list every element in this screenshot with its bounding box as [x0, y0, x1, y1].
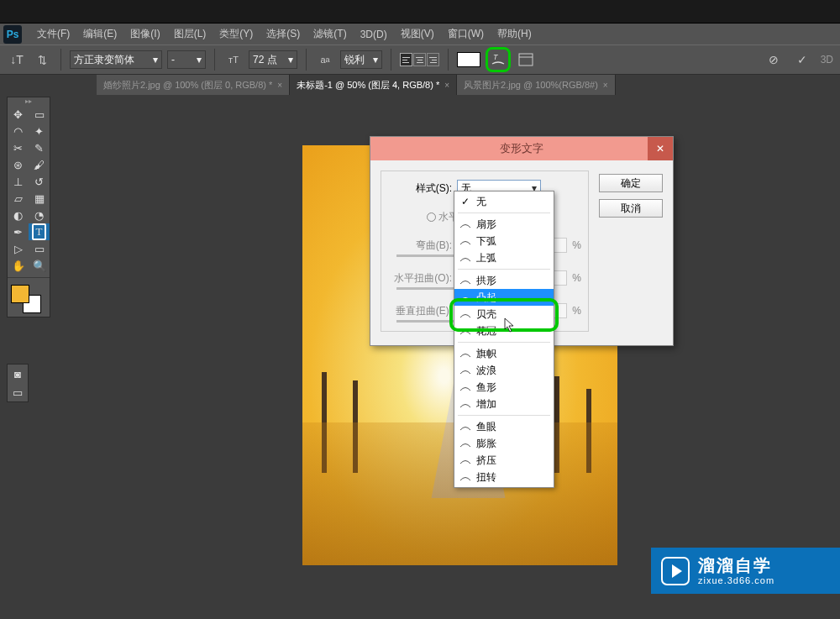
- style-option[interactable]: 鱼形: [454, 379, 554, 396]
- antialias-select[interactable]: 锐利▾: [340, 50, 382, 69]
- dialog-titlebar[interactable]: 变形文字 ✕: [370, 137, 673, 160]
- close-tab-icon[interactable]: ×: [603, 81, 608, 90]
- warp-style-icon: [459, 219, 471, 229]
- 3d-button[interactable]: 3D: [821, 54, 833, 66]
- style-option-label: 膨胀: [476, 437, 496, 451]
- style-option[interactable]: 贝壳: [454, 306, 554, 323]
- align-left-button[interactable]: [400, 53, 412, 66]
- blur-tool[interactable]: ◐: [8, 207, 29, 223]
- style-option[interactable]: 旗帜: [454, 345, 554, 362]
- horizontal-radio[interactable]: [427, 212, 436, 222]
- style-option[interactable]: 扭转: [454, 469, 554, 485]
- gradient-tool[interactable]: ▦: [29, 190, 50, 207]
- lasso-tool[interactable]: ◠: [8, 123, 29, 139]
- clone-stamp-tool[interactable]: ⊥: [8, 173, 29, 190]
- dialog-title: 变形文字: [500, 141, 543, 156]
- zoom-tool[interactable]: 🔍: [29, 257, 50, 274]
- path-selection-tool[interactable]: ▷: [8, 240, 29, 257]
- text-color-swatch[interactable]: [457, 52, 480, 67]
- warp-style-icon: [459, 326, 471, 336]
- style-option[interactable]: 增加: [454, 396, 554, 412]
- font-family-select[interactable]: 方正隶变简体▾: [70, 50, 162, 69]
- close-button[interactable]: ✕: [648, 137, 673, 160]
- foreground-color-swatch[interactable]: [11, 285, 29, 303]
- quick-mask-button[interactable]: ◙: [8, 365, 28, 383]
- aa-icon: aa: [315, 50, 335, 70]
- cancel-button[interactable]: 取消: [599, 199, 663, 218]
- eraser-tool[interactable]: ▱: [8, 190, 29, 207]
- warp-style-icon: [459, 292, 471, 302]
- style-label: 样式(S):: [388, 181, 452, 196]
- watermark-url: zixue.3d66.com: [698, 575, 774, 586]
- brush-tool[interactable]: 🖌: [29, 156, 50, 173]
- style-option-label: 挤压: [476, 454, 496, 468]
- move-tool[interactable]: ✥: [8, 106, 29, 123]
- panel-grip[interactable]: ▸▸: [8, 97, 50, 106]
- align-right-button[interactable]: [427, 53, 439, 66]
- marquee-tool[interactable]: ▭: [29, 106, 50, 123]
- tools-panel: ▸▸ ✥ ▭ ◠ ✦ ✂ ✎ ⊛ 🖌 ⊥ ↺ ▱ ▦ ◐ ◔ ✒ T ▷ ▭ ✋…: [7, 97, 50, 317]
- shape-tool[interactable]: ▭: [29, 240, 50, 257]
- menu-view[interactable]: 视图(V): [394, 24, 441, 45]
- warp-style-icon: [459, 253, 471, 263]
- menu-file[interactable]: 文件(F): [30, 24, 76, 45]
- divider: [60, 49, 61, 71]
- menu-type[interactable]: 类型(Y): [213, 24, 260, 45]
- divider: [306, 49, 307, 71]
- tool-preset-icon[interactable]: ↓T: [7, 50, 27, 70]
- divider: [448, 49, 449, 71]
- ok-button[interactable]: 确定: [599, 174, 663, 192]
- style-option-label: 凸起: [476, 291, 496, 305]
- style-option-label: 增加: [476, 397, 496, 412]
- history-brush-tool[interactable]: ↺: [29, 173, 50, 190]
- document-tab[interactable]: 婚纱照片2.jpg @ 100% (图层 0, RGB/8) *×: [97, 75, 290, 95]
- menu-filter[interactable]: 滤镜(T): [307, 24, 353, 45]
- warp-style-icon: [459, 422, 471, 432]
- menu-3d[interactable]: 3D(D): [354, 25, 394, 44]
- style-option[interactable]: 波浪: [454, 362, 554, 379]
- pen-tool[interactable]: ✒: [8, 223, 29, 240]
- close-tab-icon[interactable]: ×: [444, 81, 449, 90]
- dodge-tool[interactable]: ◔: [29, 207, 50, 223]
- font-size-select[interactable]: 72 点▾: [249, 50, 297, 69]
- menu-window[interactable]: 窗口(W): [441, 24, 491, 45]
- document-tab-bar: 婚纱照片2.jpg @ 100% (图层 0, RGB/8) *× 未标题-1 …: [0, 75, 840, 95]
- close-tab-icon[interactable]: ×: [277, 81, 282, 90]
- orientation-toggle-icon[interactable]: ⇅: [32, 50, 52, 70]
- style-option[interactable]: 下弧: [454, 233, 554, 249]
- style-option[interactable]: 花冠: [454, 323, 554, 339]
- document-tab[interactable]: 风景图片2.jpg @ 100%(RGB/8#)×: [457, 75, 616, 95]
- app-icon: Ps: [3, 25, 22, 44]
- style-option[interactable]: 膨胀: [454, 435, 554, 452]
- menu-select[interactable]: 选择(S): [260, 24, 307, 45]
- eyedropper-tool[interactable]: ✎: [29, 139, 50, 156]
- menu-image[interactable]: 图像(I): [123, 24, 166, 45]
- crop-tool[interactable]: ✂: [8, 139, 29, 156]
- magic-wand-tool[interactable]: ✦: [29, 123, 50, 139]
- font-style-select[interactable]: -▾: [167, 50, 206, 69]
- menu-layer[interactable]: 图层(L): [167, 24, 213, 45]
- cancel-icon[interactable]: ⊘: [764, 50, 784, 70]
- menu-help[interactable]: 帮助(H): [491, 24, 538, 45]
- hand-tool[interactable]: ✋: [8, 257, 29, 274]
- color-swatches[interactable]: [8, 281, 48, 317]
- style-option[interactable]: 凸起: [454, 289, 554, 306]
- warp-text-button[interactable]: T: [490, 51, 507, 68]
- type-tool[interactable]: T: [29, 223, 50, 240]
- style-option[interactable]: 鱼眼: [454, 418, 554, 435]
- document-tab[interactable]: 未标题-1 @ 50% (图层 4, RGB/8) *×: [290, 75, 457, 95]
- screen-mode-button[interactable]: ▭: [8, 383, 28, 401]
- style-option[interactable]: 无: [454, 193, 554, 210]
- align-center-button[interactable]: [413, 53, 426, 66]
- style-option[interactable]: 拱形: [454, 272, 554, 289]
- screen-mode-panel: ◙ ▭: [7, 364, 29, 402]
- menu-edit[interactable]: 编辑(E): [76, 24, 123, 45]
- hdist-label: 水平扭曲(O):: [388, 271, 452, 286]
- style-option[interactable]: 挤压: [454, 452, 554, 469]
- healing-brush-tool[interactable]: ⊛: [8, 156, 29, 173]
- style-option-label: 波浪: [476, 364, 496, 378]
- style-option[interactable]: 扇形: [454, 216, 554, 233]
- commit-icon[interactable]: ✓: [792, 50, 812, 70]
- character-panel-button[interactable]: [516, 50, 536, 70]
- style-option[interactable]: 上弧: [454, 249, 554, 266]
